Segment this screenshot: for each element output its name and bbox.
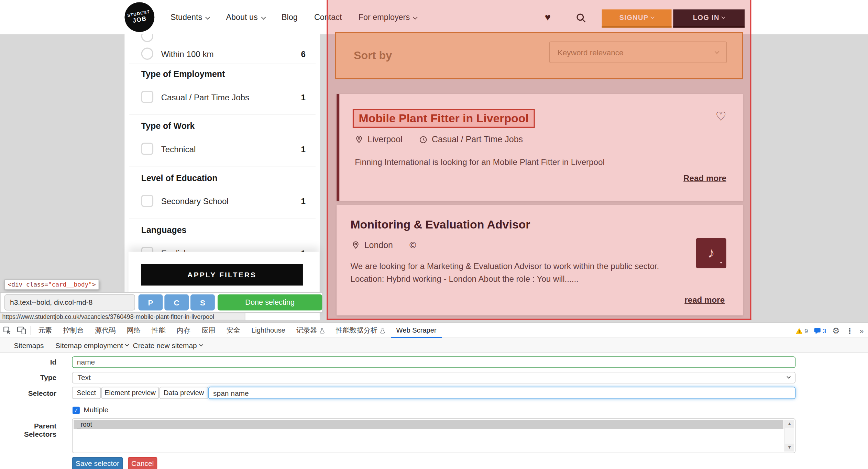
favorite-heart-outline-icon[interactable]: ♡ bbox=[715, 110, 726, 124]
apply-filters-button[interactable]: APPLY FILTERS bbox=[141, 264, 303, 286]
element-preview-button[interactable]: Element preview bbox=[101, 387, 159, 399]
type-select[interactable]: Text bbox=[72, 372, 795, 383]
browser-viewport: STUDENT JOB Students About us Blog Conta… bbox=[0, 0, 868, 323]
tab-label: Web Scraper bbox=[396, 326, 437, 334]
tab-performance[interactable]: 性能 bbox=[146, 323, 171, 338]
warnings-indicator[interactable]: 9 bbox=[795, 327, 808, 334]
devtools-panel: 元素 控制台 源代码 网络 性能 内存 应用 安全 Lighthouse 记录器… bbox=[0, 323, 868, 469]
nav-about-us[interactable]: About us bbox=[226, 13, 265, 22]
sort-by-label: Sort by bbox=[354, 49, 392, 62]
scroll-up-arrow[interactable]: ▲ bbox=[785, 420, 794, 428]
nav-students[interactable]: Students bbox=[171, 13, 209, 22]
checkbox-icon[interactable] bbox=[141, 195, 153, 207]
tab-console[interactable]: 控制台 bbox=[57, 323, 89, 338]
tab-memory[interactable]: 内存 bbox=[171, 323, 196, 338]
screen: STUDENT JOB Students About us Blog Conta… bbox=[0, 0, 868, 469]
selector-input[interactable] bbox=[208, 387, 796, 399]
webscraper-menu-bar: Sitemaps Sitemap employment Create new s… bbox=[0, 338, 868, 353]
logo-note-glyph: ♪ bbox=[707, 245, 715, 262]
overflow-chevron-icon[interactable]: » bbox=[860, 326, 864, 335]
parent-option-root[interactable]: _root bbox=[74, 420, 783, 429]
scroll-down-arrow[interactable]: ▼ bbox=[785, 444, 794, 452]
filter-label: Within 100 km bbox=[161, 49, 214, 58]
filter-heading-languages: Languages bbox=[141, 225, 187, 235]
chevron-down-icon bbox=[199, 343, 203, 346]
id-input[interactable] bbox=[72, 356, 795, 368]
chevron-down-icon bbox=[261, 15, 266, 20]
data-preview-button[interactable]: Data preview bbox=[160, 387, 208, 399]
tooltip-close: > bbox=[92, 281, 96, 288]
tab-label: 记录器 bbox=[296, 326, 317, 335]
main-nav: Students About us Blog Contact For emplo… bbox=[171, 0, 417, 34]
device-toolbar-icon[interactable] bbox=[14, 323, 29, 338]
filter-count: 1 bbox=[301, 92, 306, 101]
job2-title-link[interactable]: Monitoring & Evaluation Advisor bbox=[350, 218, 530, 232]
id-field-label: Id bbox=[0, 358, 56, 366]
login-label: LOG IN bbox=[693, 14, 719, 22]
logo-text: STUDENT JOB bbox=[127, 10, 152, 25]
filter-heading-work: Type of Work bbox=[141, 121, 195, 131]
favorites-heart-icon[interactable]: ♥ bbox=[545, 12, 551, 23]
menu-sitemap-current[interactable]: Sitemap employment bbox=[55, 338, 129, 353]
tab-web-scraper[interactable]: Web Scraper bbox=[391, 323, 442, 338]
tab-network[interactable]: 网络 bbox=[121, 323, 146, 338]
tab-security[interactable]: 安全 bbox=[221, 323, 246, 338]
cancel-button[interactable]: Cancel bbox=[128, 457, 157, 469]
chevron-down-icon bbox=[125, 343, 129, 346]
flask-icon bbox=[380, 327, 385, 334]
divider bbox=[129, 114, 316, 115]
filter-row-radius: Within 100 km 6 bbox=[141, 47, 306, 60]
tab-elements[interactable]: 元素 bbox=[33, 323, 57, 338]
menu-sitemaps[interactable]: Sitemaps bbox=[14, 338, 44, 353]
search-icon[interactable] bbox=[576, 13, 586, 25]
css-selector-preview-input[interactable] bbox=[4, 294, 135, 311]
radio-icon[interactable] bbox=[141, 48, 153, 60]
site-header: STUDENT JOB Students About us Blog Conta… bbox=[0, 0, 868, 34]
webscraper-selection-toolbar: P C S Done selecting bbox=[0, 292, 323, 313]
chevron-down-icon bbox=[651, 15, 655, 19]
sort-dropdown-value: Keyword relevance bbox=[558, 48, 624, 57]
chevron-down-icon bbox=[715, 49, 719, 54]
listbox-scrollbar[interactable]: ▲ ▼ bbox=[784, 420, 794, 451]
divider bbox=[31, 326, 31, 335]
nav-contact[interactable]: Contact bbox=[314, 13, 342, 22]
child-button[interactable]: C bbox=[164, 294, 189, 311]
studentjob-logo[interactable]: STUDENT JOB bbox=[124, 2, 154, 32]
checkbox-icon[interactable] bbox=[141, 91, 153, 103]
job1-title-link[interactable]: Mobile Plant Fitter in Liverpool bbox=[359, 112, 529, 125]
filter-row-work: Technical 1 bbox=[141, 142, 306, 156]
inspect-element-icon[interactable] bbox=[0, 323, 14, 338]
checkbox-icon[interactable] bbox=[141, 143, 153, 155]
tab-application[interactable]: 应用 bbox=[196, 323, 221, 338]
logo-dot bbox=[720, 262, 722, 264]
filter-label: Casual / Part Time Jobs bbox=[161, 92, 249, 101]
job2-read-more-link[interactable]: read more bbox=[684, 295, 725, 304]
sort-dropdown[interactable]: Keyword relevance bbox=[549, 42, 727, 63]
tab-label: 性能数据分析 bbox=[336, 326, 377, 335]
tab-label: Lighthouse bbox=[251, 326, 285, 334]
messages-indicator[interactable]: 3 bbox=[814, 327, 826, 334]
login-button[interactable]: LOG IN bbox=[673, 9, 745, 27]
parent-button[interactable]: P bbox=[139, 294, 163, 311]
tab-recorder[interactable]: 记录器 bbox=[291, 323, 330, 338]
tab-sources[interactable]: 源代码 bbox=[89, 323, 121, 338]
settings-gear-icon[interactable]: ⚙ bbox=[832, 326, 840, 336]
nav-blog[interactable]: Blog bbox=[282, 13, 298, 22]
nav-for-employers[interactable]: For employers bbox=[359, 13, 417, 22]
tab-lighthouse[interactable]: Lighthouse bbox=[246, 323, 291, 338]
menu-create-new-sitemap[interactable]: Create new sitemap bbox=[133, 338, 202, 353]
multiple-checkbox[interactable]: ✓ bbox=[73, 407, 80, 414]
select-button[interactable]: Select bbox=[72, 387, 101, 399]
job1-read-more-link[interactable]: Read more bbox=[683, 173, 726, 182]
filter-count: 1 bbox=[301, 144, 306, 154]
save-selector-button[interactable]: Save selector bbox=[72, 457, 123, 469]
radio-partial[interactable] bbox=[141, 34, 153, 42]
filter-heading-education: Level of Education bbox=[141, 173, 218, 183]
tab-performance-insights[interactable]: 性能数据分析 bbox=[330, 323, 391, 338]
done-selecting-button[interactable]: Done selecting bbox=[218, 294, 322, 311]
tab-label: 控制台 bbox=[63, 326, 84, 335]
signup-button[interactable]: SIGNUP bbox=[602, 9, 672, 27]
kebab-menu-icon[interactable]: ⋮ bbox=[846, 326, 854, 335]
sibling-button[interactable]: S bbox=[190, 294, 215, 311]
divider bbox=[129, 167, 316, 167]
